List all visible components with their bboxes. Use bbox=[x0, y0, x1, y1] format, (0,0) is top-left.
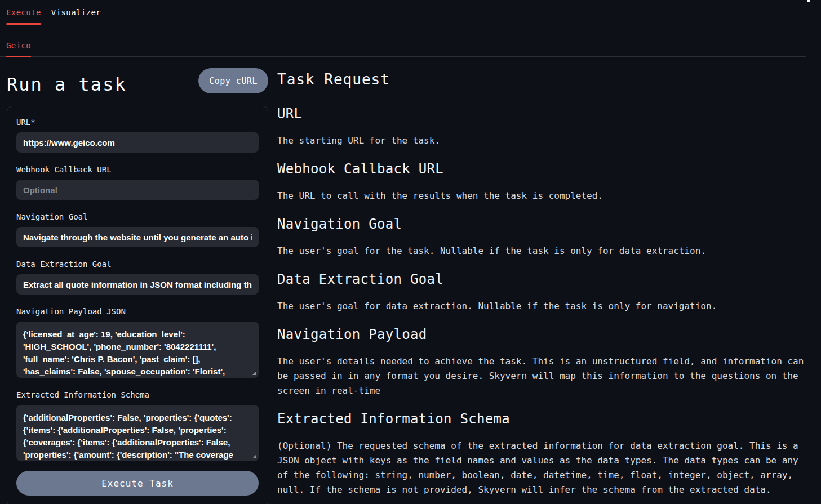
copy-curl-button[interactable]: Copy cURL bbox=[198, 68, 268, 93]
section-data-extraction-goal: Data Extraction Goal The user's goal for… bbox=[277, 271, 807, 314]
section-webhook-callback-url: Webhook Callback URL The URL to call wit… bbox=[277, 161, 807, 203]
section-heading: Webhook Callback URL bbox=[277, 161, 807, 177]
main-tabbar: Execute Visualizer bbox=[0, 0, 806, 24]
extracted-schema-textarea[interactable]: {'additionalProperties': False, 'propert… bbox=[16, 405, 259, 461]
extracted-schema-label: Extracted Information Schema bbox=[16, 390, 259, 399]
navigation-goal-input[interactable] bbox=[16, 227, 259, 247]
url-input[interactable] bbox=[16, 132, 259, 153]
scrollbar-thumb[interactable] bbox=[807, 0, 810, 2]
section-navigation-goal: Navigation Goal The user's goal for the … bbox=[277, 216, 807, 258]
execute-task-button[interactable]: Execute Task bbox=[16, 471, 259, 496]
section-heading: Navigation Payload bbox=[277, 327, 807, 343]
section-heading: Extracted Information Schema bbox=[277, 411, 807, 427]
navigation-payload-textarea[interactable]: {'licensed_at_age': 19, 'education_level… bbox=[16, 322, 259, 378]
data-extraction-goal-input[interactable] bbox=[16, 274, 259, 295]
section-heading: Data Extraction Goal bbox=[277, 271, 807, 288]
task-request-docs: Task Request URL The starting URL for th… bbox=[277, 57, 807, 504]
run-task-panel: Run a task Copy cURL URL* Webhook Callba… bbox=[7, 57, 268, 504]
task-tabbar: Geico bbox=[0, 24, 806, 57]
section-description: The user's details needed to achieve the… bbox=[277, 354, 807, 398]
section-description: (Optional) The requested schema of the e… bbox=[277, 439, 807, 497]
tab-execute[interactable]: Execute bbox=[6, 8, 41, 24]
resize-grip-icon[interactable] bbox=[252, 372, 256, 375]
docs-title: Task Request bbox=[277, 70, 807, 88]
data-extraction-goal-label: Data Extraction Goal bbox=[16, 260, 259, 269]
navigation-payload-wrap: {'licensed_at_age': 19, 'education_level… bbox=[16, 322, 259, 378]
extracted-schema-wrap: {'additionalProperties': False, 'propert… bbox=[16, 405, 259, 461]
webhook-url-input[interactable] bbox=[16, 180, 259, 200]
task-form-card: URL* Webhook Callback URL Navigation Goa… bbox=[7, 106, 268, 504]
section-heading: URL bbox=[277, 106, 807, 122]
section-description: The user's goal for the task. Nullable i… bbox=[277, 244, 807, 258]
section-description: The URL to call with the results when th… bbox=[277, 189, 807, 203]
content-area: Run a task Copy cURL URL* Webhook Callba… bbox=[0, 57, 821, 504]
section-extracted-information-schema: Extracted Information Schema (Optional) … bbox=[277, 411, 807, 497]
section-heading: Navigation Goal bbox=[277, 216, 807, 233]
webhook-url-label: Webhook Callback URL bbox=[16, 165, 259, 174]
resize-grip-icon[interactable] bbox=[252, 455, 256, 458]
run-task-header: Run a task Copy cURL bbox=[7, 68, 268, 95]
tab-geico[interactable]: Geico bbox=[6, 41, 31, 56]
navigation-goal-label: Navigation Goal bbox=[16, 212, 259, 221]
section-description: The user's goal for data extraction. Nul… bbox=[277, 299, 807, 314]
page-title: Run a task bbox=[7, 74, 127, 95]
navigation-payload-label: Navigation Payload JSON bbox=[16, 307, 259, 316]
section-url: URL The starting URL for the task. bbox=[277, 106, 807, 148]
section-description: The starting URL for the task. bbox=[277, 133, 807, 148]
url-label: URL* bbox=[16, 118, 259, 127]
app-root: Execute Visualizer Geico Run a task Copy… bbox=[0, 0, 821, 504]
section-navigation-payload: Navigation Payload The user's details ne… bbox=[277, 327, 807, 398]
tab-visualizer[interactable]: Visualizer bbox=[51, 8, 101, 24]
